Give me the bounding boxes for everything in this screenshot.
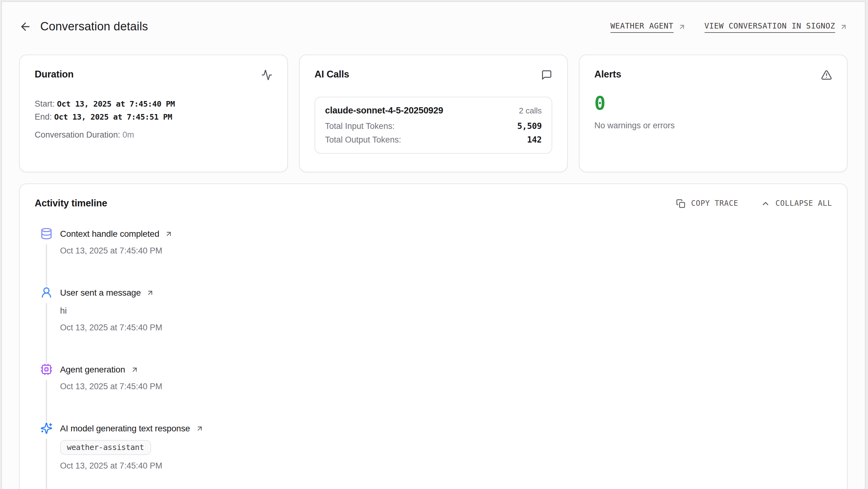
- sparkles-icon: [40, 422, 53, 434]
- arrow-up-right-icon: [165, 230, 173, 238]
- alerts-card: Alerts 0 No warnings or errors: [579, 55, 847, 172]
- event-content: User sent a messagehiOct 13, 2025 at 7:4…: [60, 286, 162, 363]
- end-time-row: End: Oct 13, 2025 at 7:45:51 PM: [35, 110, 272, 123]
- event-title-link[interactable]: Agent generation: [60, 363, 162, 376]
- event-message-body: hi: [60, 304, 162, 317]
- output-tokens-value: 142: [527, 135, 542, 144]
- model-name: claude-sonnet-4-5-20250929: [325, 105, 443, 115]
- event-content: Context handle completedOct 13, 2025 at …: [60, 227, 173, 286]
- timeline-connector: [46, 439, 47, 489]
- timeline-event: Context handle completedOct 13, 2025 at …: [40, 227, 832, 286]
- timeline-events: Context handle completedOct 13, 2025 at …: [35, 227, 832, 489]
- input-tokens-value: 5,509: [517, 121, 542, 131]
- arrow-up-right-icon: [678, 23, 686, 31]
- timeline-connector: [46, 380, 47, 422]
- duration-card-title: Duration: [35, 69, 74, 80]
- collapse-all-label: COLLAPSE ALL: [775, 199, 832, 208]
- start-time-value: Oct 13, 2025 at 7:45:40 PM: [57, 99, 175, 109]
- event-gutter: [40, 422, 53, 489]
- view-conversation-in-signoz-link[interactable]: VIEW CONVERSATION IN SIGNOZ: [704, 21, 847, 32]
- timeline-connector: [46, 244, 47, 286]
- page-surface: Conversation details WEATHER AGENTVIEW C…: [1, 1, 866, 489]
- activity-timeline-card: Activity timeline COPY TRACE COLLAPSE AL…: [19, 183, 847, 489]
- timeline-event: User sent a messagehiOct 13, 2025 at 7:4…: [40, 286, 832, 363]
- event-timestamp: Oct 13, 2025 at 7:45:40 PM: [60, 245, 173, 257]
- message-square-icon: [541, 69, 552, 81]
- event-content: Agent generationOct 13, 2025 at 7:45:40 …: [60, 363, 162, 422]
- timeline-connector: [46, 303, 47, 363]
- event-title-link[interactable]: AI model generating text response: [60, 422, 204, 434]
- collapse-all-button[interactable]: COLLAPSE ALL: [761, 199, 832, 208]
- event-content: AI model generating text responseweather…: [60, 422, 204, 489]
- summary-cards-row: Duration Start: Oct 13, 2025 at 7:45:40 …: [19, 55, 847, 172]
- event-gutter: [40, 363, 53, 422]
- chevron-up-icon: [761, 199, 770, 208]
- event-title-link[interactable]: Context handle completed: [60, 227, 173, 240]
- event-title-link[interactable]: User sent a message: [60, 286, 162, 299]
- arrow-up-right-icon: [147, 288, 154, 296]
- arrow-left-icon: [19, 21, 32, 33]
- event-title: User sent a message: [60, 286, 141, 299]
- conversation-duration-value: 0m: [123, 130, 134, 139]
- page-title: Conversation details: [40, 20, 148, 33]
- arrow-up-right-icon: [839, 23, 847, 31]
- user-icon: [40, 286, 53, 299]
- output-tokens-row: Total Output Tokens: 142: [325, 135, 542, 144]
- event-badge: weather-assistant: [60, 440, 151, 455]
- activity-icon: [261, 69, 272, 81]
- link-label: WEATHER AGENT: [611, 21, 673, 32]
- event-gutter: [40, 286, 53, 363]
- back-button[interactable]: [19, 21, 32, 33]
- link-label: VIEW CONVERSATION IN SIGNOZ: [704, 21, 835, 32]
- model-call-count: 2 calls: [519, 106, 542, 115]
- cpu-icon: [40, 363, 53, 376]
- event-title: AI model generating text response: [60, 422, 190, 434]
- start-time-row: Start: Oct 13, 2025 at 7:45:40 PM: [35, 97, 272, 110]
- arrow-up-right-icon: [196, 424, 204, 432]
- conversation-duration-row: Conversation Duration: 0m: [35, 128, 272, 141]
- input-tokens-row: Total Input Tokens: 5,509: [325, 121, 542, 131]
- database-icon: [40, 227, 53, 240]
- ai-calls-card-title: AI Calls: [314, 69, 349, 80]
- activity-timeline-title: Activity timeline: [35, 198, 107, 209]
- event-timestamp: Oct 13, 2025 at 7:45:40 PM: [60, 380, 162, 393]
- copy-icon: [676, 199, 686, 208]
- page-header: Conversation details WEATHER AGENTVIEW C…: [19, 9, 847, 44]
- weather-agent-link[interactable]: WEATHER AGENT: [611, 21, 686, 32]
- alerts-message: No warnings or errors: [594, 121, 832, 130]
- copy-trace-label: COPY TRACE: [691, 199, 739, 208]
- header-links: WEATHER AGENTVIEW CONVERSATION IN SIGNOZ: [611, 21, 847, 32]
- event-timestamp: Oct 13, 2025 at 7:45:40 PM: [60, 322, 162, 334]
- arrow-up-right-icon: [131, 365, 139, 373]
- event-title: Agent generation: [60, 363, 125, 376]
- ai-calls-card: AI Calls claude-sonnet-4-5-20250929 2 ca…: [299, 55, 568, 172]
- end-time-value: Oct 13, 2025 at 7:45:51 PM: [54, 112, 172, 121]
- event-gutter: [40, 227, 53, 286]
- timeline-event: AI model generating text responseweather…: [40, 422, 832, 489]
- event-timestamp: Oct 13, 2025 at 7:45:40 PM: [60, 460, 204, 472]
- alerts-card-title: Alerts: [594, 69, 621, 80]
- duration-card: Duration Start: Oct 13, 2025 at 7:45:40 …: [19, 55, 288, 172]
- event-title: Context handle completed: [60, 227, 159, 240]
- timeline-event: Agent generationOct 13, 2025 at 7:45:40 …: [40, 363, 832, 422]
- triangle-alert-icon: [821, 69, 832, 81]
- copy-trace-button[interactable]: COPY TRACE: [676, 199, 739, 208]
- alerts-count: 0: [594, 93, 832, 114]
- model-usage-box: claude-sonnet-4-5-20250929 2 calls Total…: [314, 97, 552, 154]
